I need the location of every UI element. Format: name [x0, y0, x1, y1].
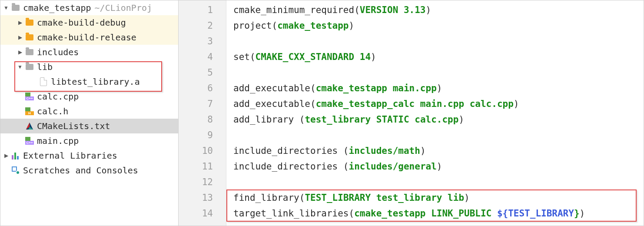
- tree-item-scratches[interactable]: Scratches and Consoles: [0, 163, 178, 178]
- folder-icon: [25, 33, 34, 42]
- tree-item-includes[interactable]: ▶ includes: [0, 45, 178, 60]
- tree-item-cmakelists[interactable]: CMakeLists.txt: [0, 119, 178, 133]
- code-line[interactable]: [233, 127, 644, 143]
- code-line[interactable]: project(cmake_testapp): [233, 18, 644, 33]
- code-line[interactable]: [233, 65, 644, 80]
- gutter-line-number: 9: [179, 127, 226, 143]
- gutter-line-number: 12: [179, 174, 226, 190]
- chevron-right-icon[interactable]: ▶: [17, 49, 23, 55]
- folder-icon: [25, 47, 34, 57]
- gutter-line-number: 14: [179, 206, 226, 221]
- tree-item-label: cmake-build-debug: [37, 17, 126, 28]
- gutter-line-number: 7: [179, 96, 226, 112]
- tree-item-label: main.cpp: [37, 136, 79, 146]
- code-line[interactable]: add_executable(cmake_testapp main.cpp): [233, 80, 644, 96]
- tree-item-build-debug[interactable]: ▶ cmake-build-debug: [0, 15, 178, 30]
- editor-code-area[interactable]: cmake_minimum_required(VERSION 3.13)proj…: [226, 0, 644, 226]
- chevron-right-icon[interactable]: ▶: [3, 153, 9, 159]
- chevron-right-icon[interactable]: ▶: [17, 34, 23, 40]
- code-line[interactable]: [233, 174, 644, 190]
- code-line[interactable]: add_library (test_library STATIC calc.cp…: [233, 112, 644, 127]
- gutter-line-number: 8: [179, 112, 226, 127]
- gutter-line-number: 1: [179, 2, 226, 18]
- header-file-icon: H: [25, 106, 34, 116]
- code-line[interactable]: set(CMAKE_CXX_STANDARD 14): [233, 49, 644, 65]
- tree-item-path: ~/CLionProj: [95, 3, 152, 13]
- cpp-file-icon: C++: [25, 92, 34, 101]
- gutter-line-number: 5: [179, 65, 226, 80]
- chevron-down-icon[interactable]: ▼: [3, 5, 9, 11]
- gutter-line-number: 11: [179, 159, 226, 174]
- tree-item-external-libraries[interactable]: ▶ External Libraries: [0, 148, 178, 163]
- tree-item-label: calc.cpp: [37, 91, 79, 102]
- tree-item-label: calc.h: [37, 106, 68, 116]
- tree-item-label: CMakeLists.txt: [37, 121, 110, 131]
- code-line[interactable]: find_library(TEST_LIBRARY test_library l…: [233, 190, 644, 206]
- file-icon: [39, 77, 48, 86]
- tree-item-lib[interactable]: ▼ lib: [0, 60, 178, 74]
- chevron-down-icon[interactable]: ▼: [17, 64, 23, 70]
- external-libraries-icon: [11, 151, 20, 160]
- project-tree[interactable]: ▼ cmake_testapp ~/CLionProj ▶ cmake-buil…: [0, 0, 179, 226]
- tree-item-label: includes: [37, 47, 79, 57]
- gutter-line-number: 3: [179, 33, 226, 49]
- cmake-file-icon: [25, 121, 34, 131]
- tree-item-label: cmake_testapp: [23, 3, 91, 13]
- tree-item-project-root[interactable]: ▼ cmake_testapp ~/CLionProj: [0, 0, 178, 15]
- code-line[interactable]: include_directories (includes/math): [233, 143, 644, 159]
- tree-item-main-cpp[interactable]: C++ main.cpp: [0, 133, 178, 148]
- tree-item-label: Scratches and Consoles: [23, 165, 138, 176]
- gutter-line-number: 10: [179, 143, 226, 159]
- gutter-line-number: 4: [179, 49, 226, 65]
- chevron-right-icon[interactable]: ▶: [17, 20, 23, 26]
- editor-gutter: 1234567891011121314: [179, 0, 226, 226]
- tree-item-label: cmake-build-release: [37, 32, 136, 43]
- folder-icon: [11, 3, 20, 13]
- tree-item-lib-file[interactable]: libtest_library.a: [0, 74, 178, 89]
- code-line[interactable]: [233, 33, 644, 49]
- code-editor[interactable]: 1234567891011121314 cmake_minimum_requir…: [179, 0, 644, 226]
- tree-item-calc-h[interactable]: H calc.h: [0, 104, 178, 119]
- code-line[interactable]: cmake_minimum_required(VERSION 3.13): [233, 2, 644, 18]
- code-line[interactable]: add_executable(cmake_testapp_calc main.c…: [233, 96, 644, 112]
- cpp-file-icon: C++: [25, 136, 34, 146]
- folder-icon: [25, 62, 34, 72]
- tree-item-build-release[interactable]: ▶ cmake-build-release: [0, 30, 178, 45]
- tree-item-label: lib: [37, 62, 53, 72]
- code-line[interactable]: target_link_libraries(cmake_testapp LINK…: [233, 206, 644, 221]
- gutter-line-number: 6: [179, 80, 226, 96]
- tree-item-label: libtest_library.a: [51, 76, 140, 87]
- code-line[interactable]: include_directories (includes/general): [233, 159, 644, 174]
- tree-item-label: External Libraries: [23, 150, 117, 161]
- folder-icon: [25, 18, 34, 27]
- tree-item-calc-cpp[interactable]: C++ calc.cpp: [0, 89, 178, 104]
- gutter-line-number: 13: [179, 190, 226, 206]
- scratches-icon: [11, 166, 20, 175]
- gutter-line-number: 2: [179, 18, 226, 33]
